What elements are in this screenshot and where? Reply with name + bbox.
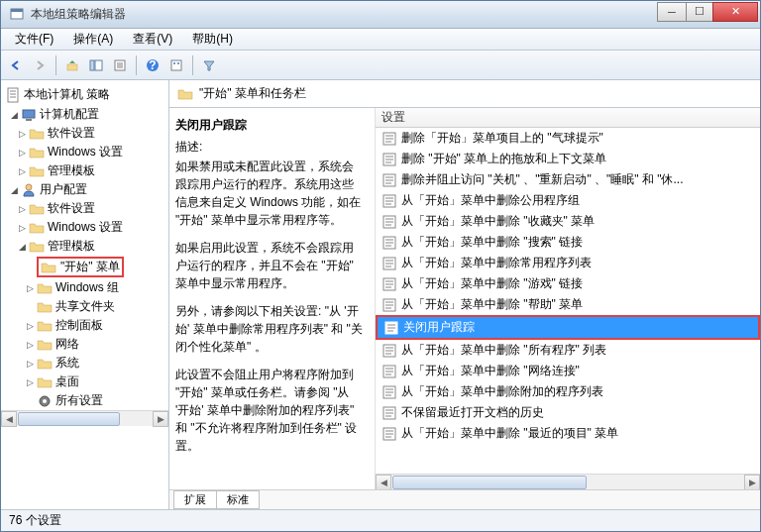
show-hide-tree-button[interactable]: [85, 54, 107, 76]
setting-icon: [383, 320, 399, 336]
menu-help[interactable]: 帮助(H): [182, 29, 243, 50]
tree-item[interactable]: ▷Windows 设置: [17, 143, 168, 161]
tree-user-config[interactable]: ◢ 用户配置: [9, 180, 168, 199]
list-item-label: 从「开始」菜单中删除常用程序列表: [401, 255, 592, 271]
list-item[interactable]: 从「开始」菜单中删除 "最近的项目" 菜单: [376, 423, 760, 444]
list-item-label: 从「开始」菜单中删除 "游戏" 链接: [401, 275, 583, 292]
settings-list[interactable]: 删除「开始」菜单项目上的 "气球提示"删除 "开始" 菜单上的拖放和上下文菜单删…: [376, 128, 760, 474]
filter-button[interactable]: [198, 54, 220, 76]
forward-button[interactable]: [29, 54, 51, 76]
tree-item[interactable]: ▷软件设置: [17, 199, 168, 218]
menu-file[interactable]: 文件(F): [5, 29, 63, 50]
tree-item[interactable]: ▷软件设置: [17, 124, 168, 143]
expand-icon[interactable]: ▷: [25, 376, 36, 387]
tree-item[interactable]: 所有设置: [25, 391, 168, 410]
tree-pane[interactable]: 本地计算机 策略 ◢ 计算机配置 ▷软件设置 ▷Windows 设置 ▷管理模板…: [1, 80, 169, 509]
expand-icon[interactable]: ▷: [25, 358, 36, 369]
expand-icon[interactable]: ▷: [25, 282, 36, 293]
tree-item[interactable]: ▷Windows 设置: [17, 218, 168, 237]
tab-extend[interactable]: 扩展: [173, 490, 217, 509]
list-item[interactable]: 关闭用户跟踪: [378, 317, 758, 338]
expand-icon[interactable]: ▷: [17, 222, 28, 233]
tree-item[interactable]: ▷桌面: [25, 372, 168, 391]
menu-view[interactable]: 查看(V): [123, 29, 182, 50]
folder-icon: [29, 201, 45, 217]
setting-icon: [381, 172, 397, 188]
expand-icon[interactable]: ▷: [17, 147, 28, 158]
setting-icon: [381, 256, 397, 271]
list-item[interactable]: 从「开始」菜单中删除附加的程序列表: [376, 381, 760, 402]
expand-icon[interactable]: ▷: [17, 128, 28, 139]
list-item[interactable]: 从「开始」菜单中删除 "收藏夹" 菜单: [376, 211, 760, 232]
list-item[interactable]: 从「开始」菜单中删除常用程序列表: [376, 253, 760, 273]
menu-action[interactable]: 操作(A): [63, 29, 123, 50]
close-button[interactable]: ✕: [712, 2, 758, 22]
tree-item[interactable]: ▷Windows 组: [25, 278, 168, 297]
options-button[interactable]: [165, 54, 187, 76]
list-item[interactable]: 从「开始」菜单中删除 "搜索" 链接: [376, 232, 760, 253]
list-column-header[interactable]: 设置: [376, 108, 760, 128]
svg-rect-13: [177, 62, 179, 64]
list-item[interactable]: 从「开始」菜单中删除 "网络连接": [376, 361, 760, 381]
scroll-left-icon[interactable]: ◀: [1, 411, 17, 427]
expand-icon[interactable]: ▷: [17, 165, 28, 176]
tab-standard[interactable]: 标准: [216, 490, 260, 509]
minimize-button[interactable]: ─: [657, 2, 687, 22]
list-item[interactable]: 从「开始」菜单中删除公用程序组: [376, 190, 760, 211]
help-button[interactable]: ?: [142, 54, 163, 76]
list-item-label: 关闭用户跟踪: [403, 319, 475, 336]
view-tabs: 扩展 标准: [169, 489, 760, 509]
setting-icon: [381, 152, 397, 167]
setting-icon: [381, 384, 397, 400]
scroll-right-icon[interactable]: ▶: [153, 411, 168, 427]
back-button[interactable]: [5, 54, 27, 76]
properties-button[interactable]: [109, 54, 131, 76]
tree-item[interactable]: ◢管理模板: [17, 237, 168, 256]
collapse-icon[interactable]: ◢: [17, 241, 28, 252]
folder-icon: [37, 337, 53, 353]
list-item-label: 从「开始」菜单中删除 "网络连接": [401, 363, 580, 379]
tree-item[interactable]: ▷控制面板: [25, 316, 168, 335]
tree-item[interactable]: ▷网络: [25, 335, 168, 354]
tree-item[interactable]: 共享文件夹: [25, 297, 168, 316]
titlebar[interactable]: 本地组策略编辑器 ─ ☐ ✕: [1, 1, 760, 29]
setting-icon: [381, 364, 397, 379]
tree-item[interactable]: ▷系统: [25, 354, 168, 372]
list-item[interactable]: 删除并阻止访问 "关机" 、"重新启动" 、"睡眠" 和 "休...: [376, 169, 760, 190]
policy-icon: [5, 87, 21, 103]
svg-rect-1: [11, 9, 23, 12]
up-button[interactable]: [61, 54, 83, 76]
list-item-label: 从「开始」菜单中删除公用程序组: [401, 192, 580, 209]
tree-item[interactable]: ▷管理模板: [17, 161, 168, 180]
expand-icon[interactable]: ▷: [17, 203, 28, 214]
main-area: 本地计算机 策略 ◢ 计算机配置 ▷软件设置 ▷Windows 设置 ▷管理模板…: [1, 80, 760, 509]
list-item-label: 删除 "开始" 菜单上的拖放和上下文菜单: [401, 151, 606, 167]
svg-rect-18: [23, 110, 35, 118]
tree-hscroll[interactable]: ◀▶: [1, 410, 168, 426]
toolbar-separator: [55, 55, 56, 75]
collapse-icon[interactable]: ◢: [9, 109, 20, 120]
expand-icon[interactable]: ▷: [25, 320, 36, 331]
list-item[interactable]: 从「开始」菜单中删除 "游戏" 链接: [376, 273, 760, 294]
tree-root[interactable]: 本地计算机 策略: [1, 84, 168, 105]
list-hscroll[interactable]: ◀▶: [376, 474, 760, 489]
scroll-right-icon[interactable]: ▶: [744, 475, 760, 490]
list-item-label: 不保留最近打开文档的历史: [401, 404, 544, 421]
list-item-label: 从「开始」菜单中删除 "所有程序" 列表: [401, 342, 606, 359]
list-item-label: 从「开始」菜单中删除 "收藏夹" 菜单: [401, 213, 595, 230]
tree-start-menu[interactable]: "开始" 菜单: [25, 256, 168, 278]
list-item[interactable]: 不保留最近打开文档的历史: [376, 402, 760, 423]
scroll-left-icon[interactable]: ◀: [376, 475, 391, 490]
menubar: 文件(F) 操作(A) 查看(V) 帮助(H): [1, 29, 760, 51]
maximize-button[interactable]: ☐: [686, 2, 713, 22]
list-item-label: 删除「开始」菜单项目上的 "气球提示": [401, 130, 603, 147]
list-item[interactable]: 从「开始」菜单中删除 "所有程序" 列表: [376, 340, 760, 361]
desc-title: 关闭用户跟踪: [175, 116, 365, 134]
list-item[interactable]: 删除 "开始" 菜单上的拖放和上下文菜单: [376, 149, 760, 169]
tree-computer-config[interactable]: ◢ 计算机配置: [9, 105, 168, 124]
list-item[interactable]: 删除「开始」菜单项目上的 "气球提示": [376, 128, 760, 149]
window-title: 本地组策略编辑器: [31, 6, 658, 23]
expand-icon[interactable]: ▷: [25, 339, 36, 350]
collapse-icon[interactable]: ◢: [9, 184, 20, 195]
list-item[interactable]: 从「开始」菜单中删除 "帮助" 菜单: [376, 294, 760, 315]
